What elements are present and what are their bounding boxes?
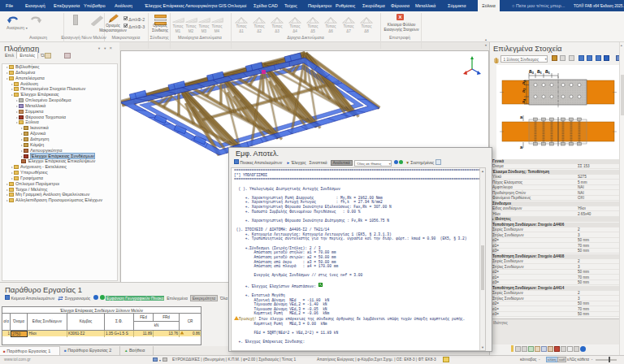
- svg-text:a4: a4: [521, 98, 526, 103]
- svg-text:a4: a4: [521, 80, 526, 84]
- svg-text:a2: a2: [521, 88, 526, 93]
